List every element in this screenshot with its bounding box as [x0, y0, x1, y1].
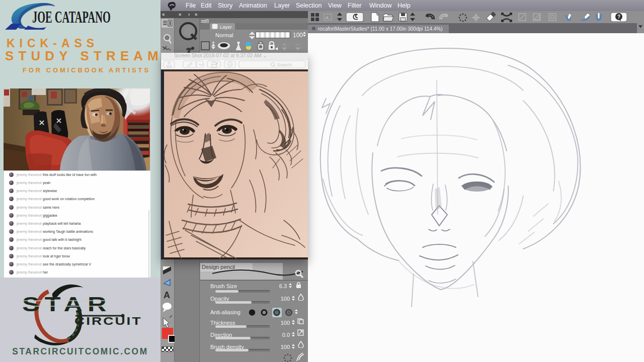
svg-text:Search: Search	[277, 62, 292, 67]
svg-text:A: A	[164, 290, 170, 300]
svg-text:STAR: STAR	[22, 293, 112, 316]
svg-text:CIRCUIT: CIRCUIT	[74, 315, 142, 327]
svg-text:?: ?	[617, 14, 620, 20]
